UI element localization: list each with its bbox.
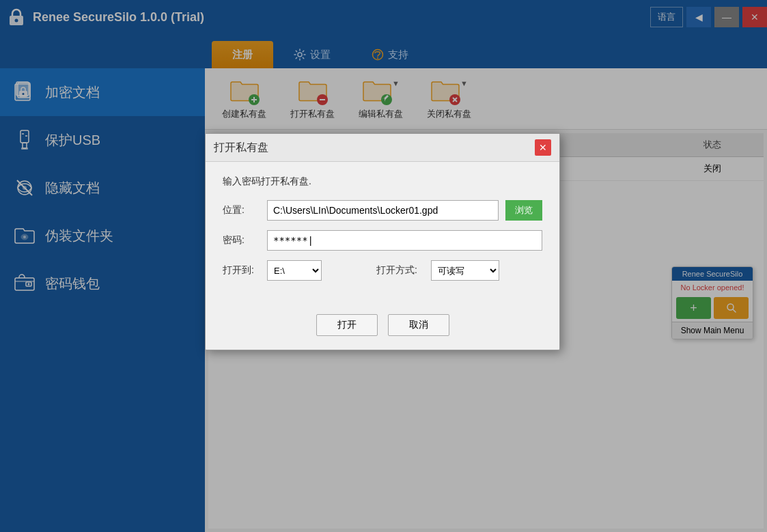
dialog-overlay: 打开私有盘 ✕ 输入密码打开私有盘. 位置: 浏览 密码: [0,0,767,532]
opento-select[interactable]: E:\ [267,260,322,281]
password-label: 密码: [223,234,260,247]
location-label: 位置: [223,204,260,216]
open-mode-select[interactable]: 可读写 [431,260,499,281]
dialog-titlebar: 打开私有盘 ✕ [206,134,559,162]
location-input[interactable] [267,200,499,221]
dialog-title: 打开私有盘 [214,141,268,155]
dialog-description: 输入密码打开私有盘. [223,176,542,188]
dialog-password-field: 密码: [223,230,542,251]
opento-label: 打开到: [223,264,260,277]
dialog-body: 输入密码打开私有盘. 位置: 浏览 密码: 打开到: E:\ [206,162,559,304]
dialog-close-button[interactable]: ✕ [535,139,551,156]
cancel-button[interactable]: 取消 [388,314,449,336]
browse-button[interactable]: 浏览 [505,200,542,221]
dialog-opento-field: 打开到: E:\ 打开方式: 可读写 [223,260,542,281]
dialog-footer: 打开 取消 [206,304,559,350]
open-mode-label: 打开方式: [376,264,424,277]
password-input[interactable] [267,230,542,251]
dialog-location-field: 位置: 浏览 [223,200,542,221]
confirm-button[interactable]: 打开 [316,314,378,336]
open-disk-dialog: 打开私有盘 ✕ 输入密码打开私有盘. 位置: 浏览 密码: [205,133,560,350]
